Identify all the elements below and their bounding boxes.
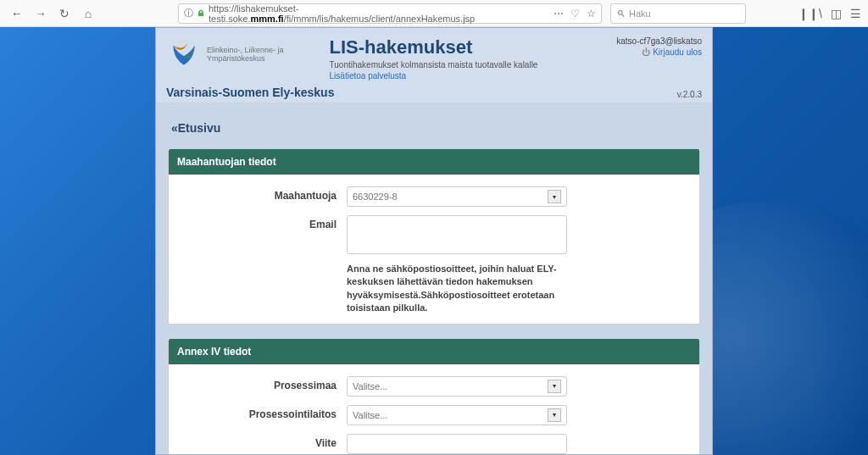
logo-line-2: Ympäristökeskus (207, 54, 284, 63)
menu-icon[interactable]: ☰ (850, 7, 861, 20)
chevron-down-icon: ▾ (548, 380, 561, 393)
nav-back-icon[interactable]: ← (7, 3, 27, 24)
pocket-icon[interactable]: ♡ (570, 8, 580, 19)
search-icon: 🔍︎ (616, 8, 626, 19)
url-text: https://lishakemukset-testi.soke.mmm.fi/… (209, 3, 540, 24)
annex-panel-title: Annex IV tiedot (169, 339, 699, 364)
chevron-down-icon: ▾ (548, 408, 561, 422)
country-select[interactable]: Valitse... ▾ (347, 376, 567, 397)
content-area: Elinkeino-, Liikenne- ja Ympäristökeskus… (155, 27, 713, 455)
reference-label: Viite (177, 434, 347, 449)
sidebar-icon[interactable]: ◫ (831, 7, 842, 20)
email-help-text: Anna ne sähköpostiosoitteet, joihin halu… (347, 263, 584, 315)
annex-panel: Annex IV tiedot Prosessimaa Valitse... ▾… (168, 338, 700, 455)
browser-toolbar: ← → ↻ ⌂ ⓘ 🔒︎ https://lishakemukset-testi… (0, 0, 868, 27)
importer-value: 6630229-8 (353, 191, 398, 202)
url-bar[interactable]: ⓘ 🔒︎ https://lishakemukset-testi.soke.mm… (178, 3, 602, 24)
search-input[interactable]: 🔍︎ Haku (610, 3, 746, 24)
country-label: Prosessimaa (177, 376, 347, 391)
chevron-down-icon: ▾ (548, 190, 561, 203)
importer-panel: Maahantuojan tiedot Maahantuoja 6630229-… (168, 148, 700, 325)
breadcrumb[interactable]: «Etusivu (171, 121, 700, 135)
info-icon: ⓘ (184, 7, 193, 19)
importer-label: Maahantuoja (177, 186, 347, 202)
nav-home-icon[interactable]: ⌂ (78, 3, 98, 24)
logo: Elinkeino-, Liikenne- ja Ympäristökeskus (166, 36, 284, 72)
star-icon[interactable]: ☆ (587, 8, 596, 19)
importer-select[interactable]: 6630229-8 ▾ (347, 186, 567, 207)
more-icon[interactable]: ⋯ (554, 8, 564, 19)
logout-link[interactable]: Kirjaudu ulos (616, 47, 702, 57)
lock-icon: 🔒︎ (197, 8, 205, 18)
library-icon[interactable]: ❙❙\ (798, 7, 822, 20)
email-label: Email (177, 215, 347, 230)
facility-select[interactable]: Valitse... ▾ (347, 405, 567, 425)
logo-line-1: Elinkeino-, Liikenne- ja (207, 46, 284, 54)
service-info-link[interactable]: Lisätietoa palvelusta (330, 71, 605, 80)
organization-name: Varsinais-Suomen Ely-keskus (166, 86, 334, 99)
nav-forward-icon: → (31, 3, 51, 24)
page-header: Elinkeino-, Liikenne- ja Ympäristökeskus… (156, 28, 712, 103)
ely-logo-icon (166, 36, 202, 72)
reference-input[interactable] (347, 434, 567, 454)
search-placeholder: Haku (629, 8, 651, 19)
version-label: v.2.0.3 (677, 90, 702, 99)
facility-label: Prosessointilaitos (177, 405, 347, 420)
page-background: Elinkeino-, Liikenne- ja Ympäristökeskus… (0, 27, 868, 455)
page-subtitle: Tuontihakemukset kolmansista maista tuot… (330, 60, 605, 69)
country-value: Valitse... (353, 381, 387, 391)
importer-panel-title: Maahantuojan tiedot (169, 149, 699, 175)
page-title: LIS-hakemukset (330, 36, 605, 58)
nav-reload-icon[interactable]: ↻ (54, 3, 75, 24)
facility-value: Valitse... (353, 410, 387, 420)
email-textarea[interactable] (347, 215, 567, 254)
user-name: katso-cf7ga3@liskatso (616, 36, 702, 46)
